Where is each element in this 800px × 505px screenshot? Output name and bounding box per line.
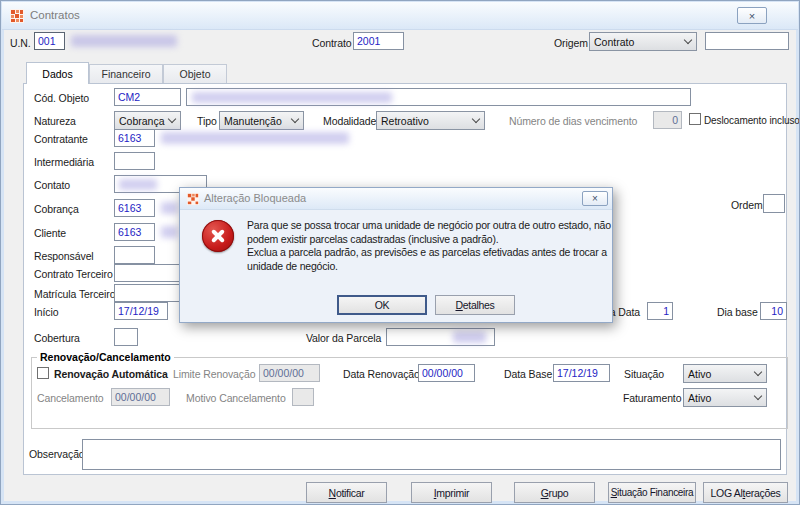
- data-renovacao-field[interactable]: 00/00/00: [418, 364, 475, 382]
- un-label: U.N.: [10, 37, 31, 49]
- data-base-field[interactable]: 17/12/19: [553, 364, 610, 382]
- chevron-down-icon: [291, 115, 299, 123]
- contratante-field[interactable]: 6163: [114, 129, 155, 147]
- dias-vencimento-label: Número de dias vencimento: [509, 115, 637, 127]
- dialog-message: Para que se possa trocar uma unidade de …: [247, 219, 611, 273]
- contrato-terceiro-label: Contrato Terceiro: [34, 268, 113, 280]
- error-icon: [202, 220, 234, 252]
- observacao-label: Observação: [29, 448, 85, 460]
- dia-base-field[interactable]: 10: [760, 302, 787, 320]
- matricula-terceiro-label: Matrícula Terceiro: [34, 288, 115, 300]
- window-close-button[interactable]: ×: [737, 7, 767, 24]
- contratante-label: Contratante: [34, 133, 88, 145]
- valor-parcela-label: Valor da Parcela: [306, 332, 381, 344]
- faturamento-label: Faturamento: [623, 392, 681, 404]
- cod-objeto-label: Cód. Objeto: [34, 92, 89, 104]
- close-icon: ×: [749, 10, 755, 22]
- tab-objeto[interactable]: Objeto: [163, 64, 227, 83]
- tipo-select[interactable]: Manutenção: [219, 111, 304, 130]
- cancelamento-field: 00/00/00: [111, 388, 170, 406]
- renovacao-automatica-label: Renovação Automática: [54, 368, 168, 380]
- dia-base-label: Dia base: [717, 306, 758, 318]
- da-data-field[interactable]: 1: [647, 302, 673, 320]
- contrato-field[interactable]: 2001: [353, 32, 404, 50]
- dias-vencimento-field: 0: [653, 111, 682, 129]
- close-icon: ×: [592, 193, 598, 204]
- limite-renovacao-label: Limite Renovação: [173, 368, 255, 380]
- app-icon: [10, 9, 24, 23]
- redacted-value: [453, 331, 486, 343]
- modalidade-select[interactable]: Retroativo: [376, 111, 485, 130]
- renovacao-automatica-checkbox[interactable]: [37, 367, 49, 379]
- chevron-down-icon: [168, 115, 176, 123]
- alteracao-bloqueada-dialog: Alteração Bloqueada × Para que se possa …: [179, 187, 613, 323]
- contato-label: Contato: [34, 179, 70, 191]
- cobertura-field[interactable]: [114, 328, 138, 346]
- log-alteracoes-button[interactable]: LOG Alterações: [703, 482, 788, 503]
- ordem-label: Ordem: [731, 199, 763, 211]
- window-title: Contratos: [30, 9, 80, 21]
- origem-select[interactable]: Contrato: [589, 32, 697, 51]
- cliente-field[interactable]: 6163: [114, 223, 155, 241]
- imprimir-button[interactable]: Imprimir: [411, 482, 492, 503]
- redacted-value: [161, 132, 349, 144]
- chevron-down-icon: [472, 115, 480, 123]
- limite-renovacao-field: 00/00/00: [259, 364, 320, 382]
- cliente-label: Cliente: [34, 227, 66, 239]
- data-renovacao-label: Data Renovação: [343, 368, 420, 380]
- notificar-button[interactable]: Notificar: [306, 482, 387, 503]
- situacao-financeira-button[interactable]: Situação Financeira: [608, 482, 696, 503]
- responsavel-field[interactable]: [114, 246, 155, 264]
- tab-dados[interactable]: Dados: [26, 62, 89, 84]
- chevron-down-icon: [754, 368, 762, 376]
- redacted-value: [71, 35, 177, 47]
- dialog-title: Alteração Bloqueada: [204, 192, 306, 204]
- detalhes-button[interactable]: Detalhes: [435, 295, 515, 315]
- dialog-app-icon: [187, 193, 199, 205]
- deslocamento-checkbox[interactable]: [689, 113, 701, 125]
- situacao-select[interactable]: Ativo: [683, 364, 767, 383]
- chevron-down-icon: [684, 36, 692, 44]
- renovacao-group-title: Renovação/Cancelamento: [37, 351, 174, 363]
- cobranca-field[interactable]: 6163: [114, 199, 155, 217]
- deslocamento-label: Deslocamento incluso: [704, 115, 800, 126]
- tab-financeiro[interactable]: Financeiro: [89, 64, 163, 83]
- ok-button[interactable]: OK: [337, 295, 427, 315]
- un-field[interactable]: 001: [34, 32, 65, 50]
- window-titlebar[interactable]: Contratos ×: [2, 2, 798, 30]
- cod-objeto-field[interactable]: CM2: [114, 88, 181, 106]
- inicio-field[interactable]: 17/12/19: [114, 302, 168, 320]
- intermediaria-field[interactable]: [114, 152, 155, 170]
- dialog-titlebar[interactable]: Alteração Bloqueada ×: [180, 188, 612, 210]
- redacted-value: [161, 226, 178, 238]
- cobertura-label: Cobertura: [34, 332, 80, 344]
- contrato-label: Contrato: [312, 37, 351, 49]
- redacted-value: [161, 202, 178, 214]
- contratos-window: Contratos × U.N. 001 Contrato 2001 Orige…: [0, 0, 800, 505]
- motivo-cancelamento-label: Motivo Cancelamento: [186, 392, 286, 404]
- observacao-textarea[interactable]: [82, 439, 781, 470]
- redacted-value: [119, 179, 157, 190]
- ordem-field[interactable]: [763, 194, 785, 213]
- natureza-select[interactable]: Cobrança: [114, 111, 181, 130]
- data-base-label: Data Base: [504, 368, 552, 380]
- redacted-value: [192, 92, 392, 103]
- dialog-close-button[interactable]: ×: [582, 191, 608, 206]
- chevron-down-icon: [754, 392, 762, 400]
- cobranca-label: Cobrança: [34, 203, 79, 215]
- faturamento-select[interactable]: Ativo: [683, 388, 767, 407]
- inicio-label: Início: [34, 306, 59, 318]
- modalidade-label: Modalidade: [323, 115, 376, 127]
- grupo-button[interactable]: Grupo: [514, 482, 595, 503]
- tipo-label: Tipo: [197, 115, 217, 127]
- origem-label: Origem: [554, 37, 588, 49]
- intermediaria-label: Intermediária: [34, 156, 94, 168]
- responsavel-label: Responsável: [34, 250, 94, 262]
- motivo-cancelamento-field: [292, 388, 314, 406]
- natureza-label: Natureza: [34, 115, 76, 127]
- situacao-label: Situação: [624, 368, 664, 380]
- cancelamento-label: Cancelamento: [37, 392, 104, 404]
- origem-extra-field[interactable]: [705, 32, 789, 50]
